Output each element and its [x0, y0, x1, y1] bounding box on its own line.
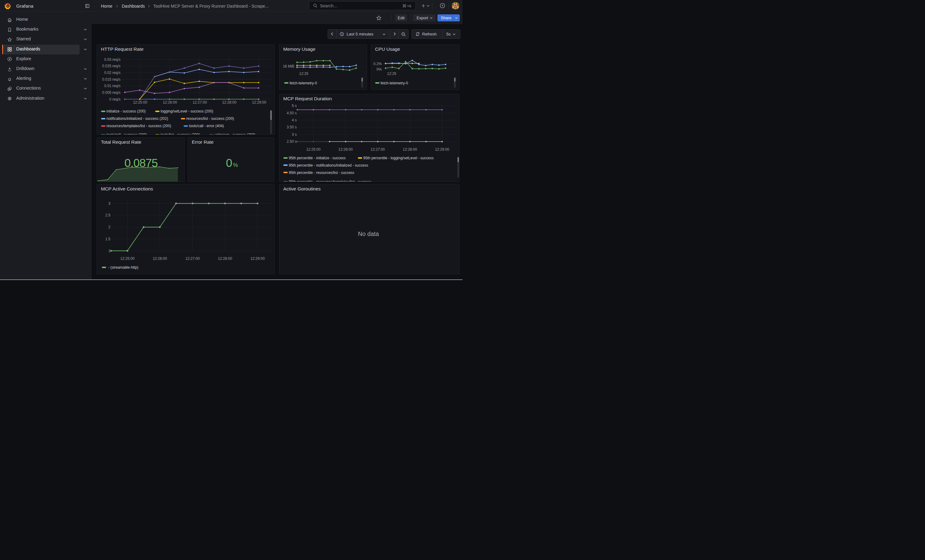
svg-text:0.025 req/s: 0.025 req/s: [102, 64, 121, 68]
svg-text:0.02 req/s: 0.02 req/s: [104, 71, 121, 75]
svg-text:?: ?: [442, 4, 443, 8]
svg-text:2: 2: [108, 225, 110, 229]
svg-text:Total Request Rate: Total Request Rate: [101, 140, 141, 144]
svg-text:CPU Usage: CPU Usage: [375, 47, 400, 52]
svg-text:3 s: 3 s: [292, 132, 297, 136]
svg-text:95th percentile - resources/li: 95th percentile - resources/list - succe…: [289, 170, 354, 174]
svg-text:0.0875: 0.0875: [125, 156, 158, 169]
svg-text:95th percentile - initialize -: 95th percentile - initialize - success: [289, 156, 346, 160]
svg-text:Error Rate: Error Rate: [192, 140, 214, 144]
svg-text:resources/templates/list - suc: resources/templates/list - success (200): [107, 124, 171, 128]
svg-text:unknown - success (200): unknown - success (200): [215, 133, 255, 135]
svg-text:tools/call - error (404): tools/call - error (404): [189, 124, 224, 128]
svg-text:12:27:00: 12:27:00: [193, 100, 207, 105]
svg-text:2.50 s: 2.50 s: [286, 140, 297, 144]
svg-text:12:28:00: 12:28:00: [222, 100, 237, 105]
svg-text:fetch-telemetry-0: fetch-telemetry-0: [290, 81, 317, 85]
svg-text:initialize - success (200): initialize - success (200): [107, 109, 146, 113]
svg-text:12:29:00: 12:29:00: [435, 147, 449, 151]
svg-text:0.01 req/s: 0.01 req/s: [104, 84, 121, 88]
svg-text:95th percentile - resources/te: 95th percentile - resources/templates/li…: [289, 180, 371, 182]
svg-text:tools/call - success (200): tools/call - success (200): [107, 133, 147, 135]
svg-text:12:29:00: 12:29:00: [250, 257, 265, 261]
svg-text:2.5: 2.5: [105, 213, 110, 217]
svg-text:95th percentile - notification: 95th percentile - notifications/initiali…: [289, 163, 368, 167]
svg-text:12:26:00: 12:26:00: [153, 257, 167, 261]
svg-text:HTTP Request Rate: HTTP Request Rate: [101, 47, 143, 52]
svg-text:4.50 s: 4.50 s: [286, 111, 297, 115]
svg-text:4 s: 4 s: [292, 118, 297, 122]
svg-text:0%: 0%: [377, 67, 382, 72]
svg-text:0.005 req/s: 0.005 req/s: [102, 90, 121, 95]
svg-text:3: 3: [108, 201, 110, 206]
svg-text:12:28:00: 12:28:00: [403, 147, 417, 151]
svg-text:fetch-telemetry-0: fetch-telemetry-0: [381, 81, 408, 85]
svg-text:0.2%: 0.2%: [374, 62, 382, 66]
svg-text:0.015 req/s: 0.015 req/s: [102, 77, 121, 82]
svg-text:1.5: 1.5: [105, 237, 110, 241]
svg-text:12:25:00: 12:25:00: [120, 257, 135, 261]
svg-text:%: %: [233, 162, 238, 168]
svg-text:notifications/initialized - su: notifications/initialized - success (202…: [107, 116, 168, 121]
svg-text:12:25: 12:25: [299, 72, 308, 76]
svg-text:MCP Active Connections: MCP Active Connections: [101, 186, 153, 191]
svg-text:12:29:00: 12:29:00: [252, 100, 267, 105]
svg-text:tools/list - success (200): tools/list - success (200): [161, 133, 200, 135]
svg-text:12:27:00: 12:27:00: [185, 257, 200, 261]
svg-text:3.50 s: 3.50 s: [286, 125, 297, 129]
svg-text:resources/list - success (200): resources/list - success (200): [186, 116, 234, 121]
svg-text:No data: No data: [358, 230, 379, 237]
svg-text:logging/setLevel - success (20: logging/setLevel - success (200): [161, 109, 213, 113]
svg-text:5 s: 5 s: [292, 104, 297, 108]
svg-text:0: 0: [226, 156, 232, 169]
svg-text:12:27:00: 12:27:00: [371, 147, 385, 151]
svg-text:Memory Usage: Memory Usage: [283, 47, 315, 52]
svg-text:Active Goroutines: Active Goroutines: [283, 186, 321, 191]
svg-text:12:25:00: 12:25:00: [133, 100, 148, 105]
svg-text:MCP Request Duration: MCP Request Duration: [283, 96, 332, 101]
svg-text:16 MiB: 16 MiB: [283, 64, 294, 69]
svg-text:12:28:00: 12:28:00: [218, 257, 232, 261]
svg-text:0.03 req/s: 0.03 req/s: [104, 57, 121, 62]
svg-text:95th percentile - logging/setL: 95th percentile - logging/setLevel - suc…: [363, 156, 434, 160]
svg-text:12:25: 12:25: [387, 72, 396, 76]
svg-text:12:26:00: 12:26:00: [338, 147, 353, 151]
svg-text:12:26:00: 12:26:00: [163, 100, 177, 105]
svg-text:12:25:00: 12:25:00: [306, 147, 321, 151]
svg-text:0 req/s: 0 req/s: [109, 97, 121, 102]
svg-text:- (streamable-http): - (streamable-http): [108, 265, 139, 270]
